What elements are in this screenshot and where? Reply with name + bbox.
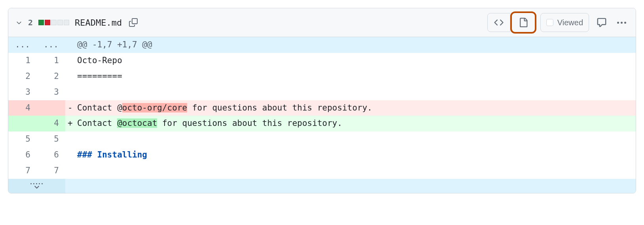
diff-sign: -: [65, 100, 75, 116]
comment-button[interactable]: [595, 15, 609, 30]
code-content: [75, 131, 636, 147]
diff-sign: [65, 131, 75, 147]
hunk-header-row[interactable]: ... ... @@ -1,7 +1,7 @@: [8, 37, 636, 53]
kebab-icon: [617, 22, 626, 24]
code-content: ### Installing: [75, 147, 636, 163]
line-number-new[interactable]: 5: [37, 131, 65, 147]
line-number-new[interactable]: 2: [37, 69, 65, 84]
line-number-old[interactable]: 6: [8, 147, 37, 163]
diff-stat-square: [57, 20, 63, 25]
file-header-right: Viewed: [487, 13, 629, 32]
file-header-left: 2 README.md: [15, 17, 139, 28]
code-icon: [494, 18, 504, 27]
diff-stat-square: [38, 20, 44, 25]
diff-sign: [65, 69, 75, 84]
hunk-expand-new[interactable]: ...: [37, 37, 65, 53]
file-header: 2 README.md Viewed: [8, 8, 636, 37]
diff-line[interactable]: 33: [8, 84, 636, 100]
diff-sign: [65, 84, 75, 100]
collapse-toggle[interactable]: [15, 19, 23, 26]
diff-line[interactable]: 77: [8, 163, 636, 179]
code-content: Octo-Repo: [75, 53, 636, 69]
source-view-button[interactable]: [487, 13, 510, 32]
line-number-old[interactable]: 2: [8, 69, 37, 84]
diff-line[interactable]: 4-Contact @octo-org/core for questions a…: [8, 100, 636, 116]
diff-stat-square: [64, 20, 69, 25]
diff-line[interactable]: 11 Octo-Repo: [8, 53, 636, 69]
line-number-old[interactable]: 5: [8, 131, 37, 147]
filename[interactable]: README.md: [75, 18, 122, 28]
line-number-old[interactable]: 4: [8, 100, 37, 116]
code-content: =========: [75, 69, 636, 84]
rich-view-highlight: [512, 13, 535, 32]
diff-line[interactable]: 4+Contact @octocat for questions about t…: [8, 116, 636, 131]
diff-stat-square: [51, 20, 57, 25]
diff-sign: +: [65, 116, 75, 131]
rich-view-button[interactable]: [513, 14, 534, 31]
copy-icon: [129, 18, 138, 27]
line-number-new[interactable]: [37, 100, 65, 116]
diff-line[interactable]: 22 =========: [8, 69, 636, 84]
diff-line[interactable]: 66 ### Installing: [8, 147, 636, 163]
code-content: [75, 84, 636, 100]
viewed-label: Viewed: [557, 18, 583, 27]
viewed-checkbox[interactable]: [546, 19, 553, 26]
line-number-old[interactable]: 3: [8, 84, 37, 100]
expand-down-icon[interactable]: •••••: [8, 179, 65, 193]
diff-line[interactable]: 55: [8, 131, 636, 147]
line-number-new[interactable]: 7: [37, 163, 65, 179]
code-content: [75, 163, 636, 179]
diff-sign: [65, 53, 75, 69]
diff-stat-square: [45, 20, 50, 25]
code-content: Contact @octocat for questions about thi…: [75, 116, 636, 131]
line-number-new[interactable]: 3: [37, 84, 65, 100]
line-number-old[interactable]: 1: [8, 53, 37, 69]
diff-stat: [38, 20, 69, 25]
hunk-expand-old[interactable]: ...: [8, 37, 37, 53]
line-number-new[interactable]: 4: [37, 116, 65, 131]
line-number-old[interactable]: 7: [8, 163, 37, 179]
line-number-old[interactable]: [8, 116, 37, 131]
diff-file-container: 2 README.md Viewed: [8, 8, 636, 193]
view-toggle-group: [487, 13, 535, 32]
copy-path-button[interactable]: [127, 17, 139, 28]
expand-row[interactable]: •••••: [8, 179, 636, 193]
code-content: Contact @octo-org/core for questions abo…: [75, 100, 636, 116]
diff-sign: [65, 163, 75, 179]
file-icon: [519, 18, 528, 27]
viewed-toggle[interactable]: Viewed: [540, 13, 589, 32]
change-count: 2: [28, 18, 33, 27]
more-options-button[interactable]: [614, 15, 629, 30]
line-number-new[interactable]: 1: [37, 53, 65, 69]
hunk-header-text: @@ -1,7 +1,7 @@: [75, 37, 636, 53]
comment-icon: [597, 17, 607, 28]
line-number-new[interactable]: 6: [37, 147, 65, 163]
diff-sign: [65, 147, 75, 163]
diff-table: ... ... @@ -1,7 +1,7 @@ 11 Octo-Repo22 =…: [8, 37, 636, 193]
